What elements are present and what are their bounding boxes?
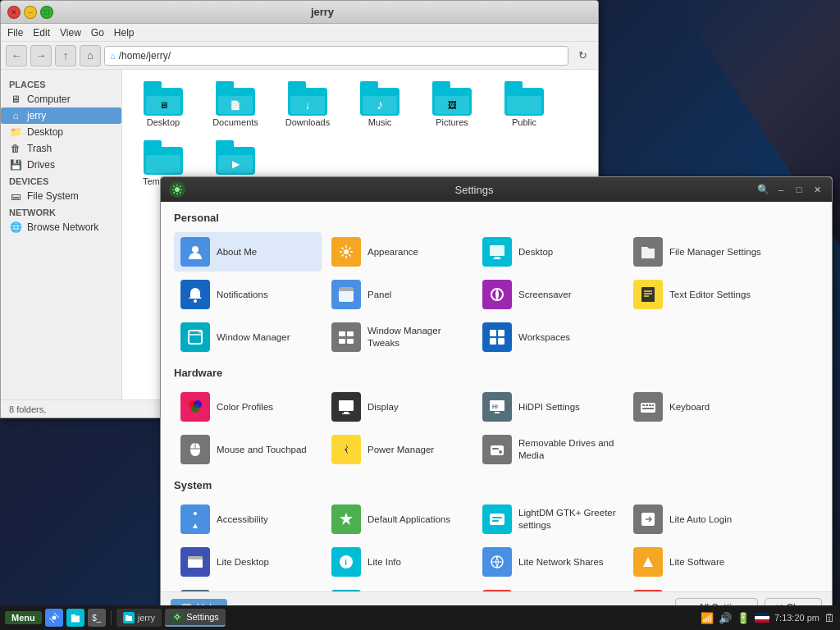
folder-music[interactable]: Music (347, 78, 413, 130)
chromium-button[interactable] (45, 609, 63, 627)
sidebar-item-home[interactable]: ⌂ jerry (1, 107, 121, 124)
settings-maximize-button[interactable]: □ (792, 183, 806, 196)
svg-point-44 (499, 450, 502, 454)
folder-pictures[interactable]: Pictures (419, 78, 485, 130)
menu-button[interactable]: Menu (5, 611, 42, 624)
systray-language-flag[interactable] (755, 613, 769, 623)
systray-volume-icon[interactable]: 🔊 (719, 612, 732, 624)
sidebar-item-drives-label: Drives (27, 159, 55, 171)
settings-item-mouse[interactable]: Mouse and Touchpad (174, 430, 322, 469)
terminal-button[interactable]: $_ (88, 609, 106, 627)
settings-item-desktop[interactable]: Desktop (476, 232, 623, 272)
fm-minimize-button[interactable]: – (24, 6, 37, 19)
fm-address-bar[interactable]: ⌂ /home/jerry/ (104, 46, 568, 66)
fm-menu-edit[interactable]: Edit (33, 27, 50, 39)
sidebar-item-drives[interactable]: 💾 Drives (1, 157, 121, 173)
folder-desktop[interactable]: Desktop (130, 78, 196, 130)
settings-item-lite-auto-login[interactable]: Lite Auto Login (627, 500, 774, 539)
settings-item-color-profiles[interactable]: Color Profiles (174, 387, 322, 427)
taskbar: Menu $_ jerry Settings 📶 🔊 🔋 7:13:20 pm … (0, 605, 840, 630)
fm-address-text: /home/jerry/ (119, 50, 171, 62)
fm-home-button[interactable]: ⌂ (80, 45, 101, 66)
settings-item-file-manager[interactable]: File Manager Settings (627, 232, 774, 272)
settings-item-panel[interactable]: Panel (325, 275, 472, 314)
folder-public[interactable]: Public (491, 78, 557, 130)
settings-item-window-manager[interactable]: ✕ Window Manager (174, 317, 322, 357)
screensaver-icon (482, 280, 512, 309)
settings-search-button[interactable]: 🔍 (756, 183, 769, 196)
settings-item-color-profiles-label: Color Profiles (217, 401, 273, 413)
sidebar-item-trash-label: Trash (27, 143, 52, 154)
sidebar-item-filesystem[interactable]: 🖴 File System (1, 188, 121, 204)
systray-battery-icon[interactable]: 🔋 (737, 612, 750, 624)
settings-item-lite-desktop[interactable]: Lite Desktop (174, 542, 322, 582)
settings-item-lite-network[interactable]: Lite Network Shares (476, 542, 623, 582)
fm-menu-go[interactable]: Go (91, 27, 104, 39)
fm-menu-view[interactable]: View (60, 27, 81, 39)
settings-item-lite-software[interactable]: Lite Software (627, 542, 774, 582)
settings-item-text-editor[interactable]: Text Editor Settings (627, 275, 774, 314)
settings-item-wm-tweaks[interactable]: Window Manager Tweaks (325, 317, 472, 357)
taskbar-task-settings[interactable]: Settings (165, 609, 226, 627)
fm-forward-button[interactable]: → (30, 45, 52, 66)
svg-point-0 (175, 187, 180, 192)
sidebar-item-computer[interactable]: 🖥 Computer (1, 91, 121, 107)
svg-rect-53 (188, 556, 203, 559)
lite-auto-login-icon (633, 504, 663, 534)
svg-rect-8 (339, 287, 354, 291)
settings-item-workspaces[interactable]: Workspaces (476, 317, 623, 357)
fm-menu-file[interactable]: File (7, 27, 23, 39)
settings-item-lite-info-label: Lite Info (368, 556, 401, 568)
settings-item-notifications[interactable]: Notifications (174, 275, 322, 314)
settings-item-removable-drives[interactable]: Removable Drives and Media (476, 430, 623, 469)
fm-maximize-button[interactable]: □ (40, 6, 53, 19)
settings-item-panel-label: Panel (368, 289, 391, 301)
sidebar-item-home-label: jerry (27, 110, 46, 121)
settings-item-about-me[interactable]: About Me (174, 232, 322, 272)
svg-rect-18 (347, 331, 354, 336)
settings-item-lite-system-report[interactable]: Lite System Report (476, 585, 623, 591)
settings-item-keyboard[interactable]: Keyboard (627, 387, 774, 427)
svg-rect-30 (342, 413, 350, 414)
settings-item-lite-info[interactable]: i Lite Info (325, 542, 472, 582)
fm-back-button[interactable]: ← (6, 45, 27, 66)
fm-menu-help[interactable]: Help (114, 27, 135, 39)
svg-rect-35 (642, 404, 645, 406)
sidebar-item-trash[interactable]: 🗑 Trash (1, 140, 121, 157)
fm-address-icon: ⌂ (110, 51, 116, 61)
settings-minimize-button[interactable]: – (774, 183, 788, 196)
fm-close-button[interactable]: ✕ (7, 6, 21, 19)
fm-up-button[interactable]: ↑ (55, 45, 76, 66)
settings-item-lite-sounds[interactable]: Lite Sounds (174, 585, 322, 591)
taskbar-task-filemanager[interactable]: jerry (116, 609, 162, 627)
svg-text:Hi: Hi (492, 404, 498, 409)
task-settings-icon (171, 611, 183, 623)
settings-item-power[interactable]: Power Manager (325, 430, 472, 469)
systray-notifications-icon[interactable]: 🗓 (824, 612, 835, 624)
systray-network-icon[interactable]: 📶 (701, 612, 714, 624)
fm-refresh-button[interactable]: ↻ (572, 45, 593, 66)
settings-item-lightdm[interactable]: LightDM GTK+ Greeter settings (476, 500, 623, 539)
sidebar-item-network[interactable]: 🌐 Browse Network (1, 219, 121, 235)
settings-item-display[interactable]: Display (325, 387, 472, 427)
folder-pictures-label: Pictures (436, 117, 468, 127)
settings-item-lite-tweaks[interactable]: Lite Tweaks (627, 585, 774, 591)
folder-documents[interactable]: Documents (203, 78, 268, 130)
settings-item-lite-software-label: Lite Software (669, 556, 724, 568)
lite-info-icon: i (331, 547, 361, 577)
svg-rect-3 (490, 245, 504, 256)
files-button[interactable] (66, 609, 84, 627)
folder-downloads[interactable]: Downloads (275, 78, 340, 130)
panel-icon (331, 280, 361, 309)
settings-item-screensaver[interactable]: Screensaver (476, 275, 623, 314)
settings-item-hidpi[interactable]: Hi HiDPI Settings (476, 387, 623, 427)
settings-item-lite-sources[interactable]: Lite Sources (325, 585, 472, 591)
sidebar-item-desktop[interactable]: 📁 Desktop (1, 124, 121, 140)
settings-close-button[interactable]: ✕ (810, 183, 824, 196)
settings-item-workspaces-label: Workspaces (518, 331, 570, 344)
settings-item-default-apps[interactable]: Default Applications (325, 500, 472, 539)
system-section-grid: Accessibility Default Applications (174, 500, 819, 591)
settings-item-accessibility[interactable]: Accessibility (174, 500, 322, 539)
home-icon: ⌂ (9, 110, 22, 121)
settings-item-appearance[interactable]: Appearance (325, 232, 472, 272)
